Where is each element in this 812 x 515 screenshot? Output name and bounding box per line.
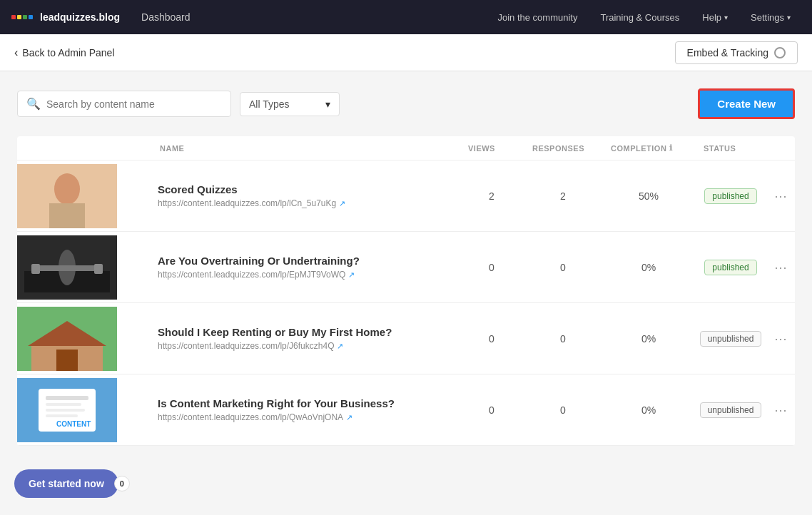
status-badge: published — [704, 260, 756, 275]
row-views: 0 — [460, 262, 524, 273]
row-more-menu[interactable]: ⋯ — [766, 188, 795, 204]
nav-right-links: Join the community Training & Courses He… — [487, 12, 801, 23]
nav-dashboard-link[interactable]: Dashboard — [134, 11, 198, 23]
sub-navigation: ‹ Back to Admin Panel Embed & Tracking — [0, 34, 812, 71]
svg-rect-17 — [46, 409, 85, 412]
svg-rect-2 — [49, 203, 85, 228]
row-title: Should I Keep Renting or Buy My First Ho… — [158, 326, 451, 338]
thumbnail-image — [17, 235, 117, 300]
status-badge: unpublished — [700, 402, 762, 418]
row-info: Should I Keep Renting or Buy My First Ho… — [149, 326, 460, 351]
type-filter-label: All Types — [249, 98, 320, 110]
completion-info-icon[interactable]: ℹ — [669, 143, 673, 153]
back-arrow-icon: ‹ — [14, 46, 18, 59]
row-info: Are You Overtraining Or Undertraining? h… — [149, 255, 460, 280]
status-badge: unpublished — [700, 331, 762, 347]
row-thumbnail — [17, 307, 117, 371]
row-status: unpublished — [695, 402, 766, 418]
external-link-icon[interactable]: ↗ — [348, 270, 355, 280]
row-responses: 2 — [524, 190, 602, 202]
svg-text:CONTENT: CONTENT — [56, 420, 91, 428]
row-more-menu[interactable]: ⋯ — [766, 260, 795, 275]
header-status: STATUS — [695, 143, 766, 153]
back-label: Back to Admin Panel — [22, 47, 114, 58]
svg-rect-18 — [46, 414, 78, 417]
row-thumbnail — [17, 164, 117, 228]
search-icon: 🔍 — [26, 97, 41, 111]
nav-settings[interactable]: Settings ▾ — [741, 12, 801, 23]
row-status: published — [695, 188, 766, 204]
thumbnail-image: CONTENT — [17, 378, 117, 442]
table-header: NAME VIEWS RESPONSES COMPLETION ℹ STATUS — [17, 136, 795, 160]
table-row: Are You Overtraining Or Undertraining? h… — [17, 232, 795, 303]
notification-badge: 0 — [114, 476, 130, 491]
svg-rect-7 — [31, 264, 40, 274]
embed-tracking-label: Embed & Tracking — [687, 47, 768, 58]
get-started-button[interactable]: Get started now — [14, 469, 118, 498]
table-row: Scored Quizzes https://content.leadquizz… — [17, 160, 795, 232]
external-link-icon[interactable]: ↗ — [337, 342, 343, 351]
status-badge: published — [704, 188, 756, 204]
logo-icon — [11, 15, 33, 19]
external-link-icon[interactable]: ↗ — [339, 199, 345, 208]
back-to-admin-link[interactable]: ‹ Back to Admin Panel — [14, 46, 115, 59]
row-url: https://content.leadquizzes.com/lp/J6fuk… — [158, 341, 451, 351]
type-filter-chevron-icon: ▾ — [325, 98, 330, 110]
row-more-menu[interactable]: ⋯ — [766, 331, 795, 347]
nav-training-courses[interactable]: Training & Courses — [590, 12, 689, 23]
header-completion: COMPLETION ℹ — [602, 143, 695, 153]
row-completion: 50% — [602, 190, 695, 202]
embed-tracking-button[interactable]: Embed & Tracking — [675, 41, 798, 64]
row-completion: 0% — [602, 262, 695, 273]
svg-point-1 — [54, 173, 80, 205]
row-more-menu[interactable]: ⋯ — [766, 402, 795, 418]
row-responses: 0 — [524, 333, 602, 345]
get-started-widget: Get started now 0 — [14, 469, 130, 498]
row-completion: 0% — [602, 404, 695, 416]
svg-rect-6 — [35, 265, 99, 271]
header-actions — [766, 143, 795, 153]
header-views: VIEWS — [460, 143, 524, 153]
row-info: Is Content Marketing Right for Your Busi… — [149, 397, 460, 422]
external-link-icon[interactable]: ↗ — [346, 413, 352, 422]
row-thumbnail — [17, 235, 117, 300]
row-completion: 0% — [602, 333, 695, 345]
svg-rect-15 — [46, 396, 88, 400]
row-title: Is Content Marketing Right for Your Busi… — [158, 397, 451, 409]
create-new-button[interactable]: Create New — [698, 88, 795, 119]
row-title: Are You Overtraining Or Undertraining? — [158, 255, 451, 267]
top-navigation: leadquizzes.blog Dashboard Join the comm… — [0, 0, 812, 34]
row-responses: 0 — [524, 404, 602, 416]
svg-rect-16 — [46, 403, 81, 406]
settings-chevron-icon: ▾ — [787, 14, 791, 21]
help-chevron-icon: ▾ — [724, 14, 728, 21]
header-name: NAME — [17, 143, 460, 153]
row-url: https://content.leadquizzes.com/lp/QwAoV… — [158, 412, 451, 422]
header-responses: RESPONSES — [524, 143, 602, 153]
content-table: NAME VIEWS RESPONSES COMPLETION ℹ STATUS… — [17, 136, 795, 446]
row-responses: 0 — [524, 262, 602, 273]
svg-rect-12 — [56, 350, 78, 371]
table-row: CONTENT Is Content Marketing Right for Y… — [17, 374, 795, 446]
type-filter-dropdown[interactable]: All Types ▾ — [240, 92, 340, 116]
main-content: 🔍 All Types ▾ Create New NAME VIEWS RESP… — [0, 71, 812, 515]
nav-join-community[interactable]: Join the community — [487, 12, 587, 23]
row-title: Scored Quizzes — [158, 183, 451, 195]
row-views: 2 — [460, 190, 524, 202]
thumbnail-image — [17, 164, 117, 228]
row-url: https://content.leadquizzes.com/lp/EpMJT… — [158, 270, 451, 280]
search-input[interactable] — [46, 98, 222, 110]
logo-text[interactable]: leadquizzes.blog — [40, 11, 120, 23]
search-box[interactable]: 🔍 — [17, 91, 231, 117]
svg-rect-8 — [94, 264, 103, 274]
row-views: 0 — [460, 333, 524, 345]
thumbnail-image — [17, 307, 117, 371]
row-views: 0 — [460, 404, 524, 416]
row-status: unpublished — [695, 331, 766, 347]
row-url: https://content.leadquizzes.com/lp/lCn_5… — [158, 198, 451, 208]
circle-icon — [774, 47, 786, 58]
row-info: Scored Quizzes https://content.leadquizz… — [149, 183, 460, 208]
nav-help[interactable]: Help ▾ — [692, 12, 738, 23]
table-row: Should I Keep Renting or Buy My First Ho… — [17, 303, 795, 374]
content-toolbar: 🔍 All Types ▾ Create New — [17, 88, 795, 119]
